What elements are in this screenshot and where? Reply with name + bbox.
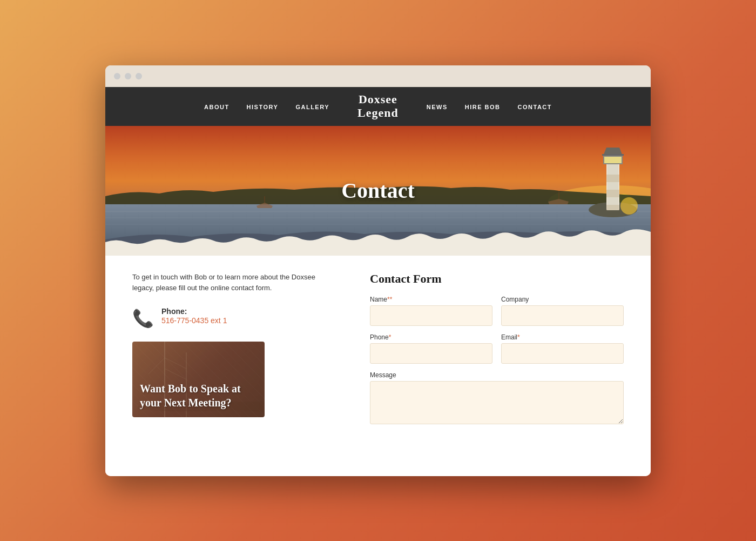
svg-line-23 — [165, 369, 186, 379]
nav-item-hire-bob[interactable]: HIRE BOB — [465, 102, 501, 111]
logo-line1: Doxsee — [357, 93, 399, 106]
phone-icon: 📞 — [132, 308, 154, 329]
phone-info: Phone: 516-775-0435 ext 1 — [161, 307, 227, 325]
message-textarea[interactable] — [370, 381, 624, 424]
nav-link-about[interactable]: ABOUT — [204, 104, 230, 110]
nav-link-hire-bob[interactable]: HIRE BOB — [465, 104, 501, 110]
hire-bob-text: Want Bob to Speak at your Next Meeting? — [140, 382, 257, 410]
email-input[interactable] — [501, 343, 624, 364]
content-area: To get in touch with Bob or to learn mor… — [105, 256, 651, 466]
nav-link-contact[interactable]: CONTACT — [518, 104, 552, 110]
hero-overlay: Contact — [105, 126, 651, 256]
form-group-message: Message — [370, 371, 624, 424]
browser-chrome — [105, 65, 651, 87]
hero-section: Contact — [105, 126, 651, 256]
form-title: Contact Form — [370, 272, 624, 286]
phone-number[interactable]: 516-775-0435 ext 1 — [161, 316, 227, 325]
contact-form-section: Contact Form Name** Company — [370, 272, 624, 450]
form-row-phone-email: Phone* Email* — [370, 333, 624, 364]
message-label: Message — [370, 371, 624, 379]
form-row-name-company: Name** Company — [370, 296, 624, 326]
phone-label: Phone: — [161, 307, 227, 316]
name-label: Name** — [370, 296, 492, 303]
phone-section: 📞 Phone: 516-775-0435 ext 1 — [132, 307, 338, 329]
left-column: To get in touch with Bob or to learn mor… — [132, 272, 338, 450]
svg-line-24 — [148, 358, 165, 374]
browser-window: ABOUT HISTORY GALLERY Doxsee Legend NEWS — [105, 65, 651, 476]
form-group-name: Name** — [370, 296, 492, 326]
nav-link-gallery[interactable]: GALLERY — [295, 104, 329, 110]
nav-links: ABOUT HISTORY GALLERY Doxsee Legend NEWS — [204, 93, 552, 119]
nav-item-gallery[interactable]: GALLERY — [295, 102, 329, 111]
nav-item-contact[interactable]: CONTACT — [518, 102, 552, 111]
site-logo[interactable]: Doxsee Legend — [357, 93, 399, 119]
phone-input[interactable] — [370, 343, 492, 364]
form-group-phone: Phone* — [370, 333, 492, 364]
email-label: Email* — [501, 333, 624, 341]
browser-dot-red — [114, 73, 120, 79]
description-text: To get in touch with Bob or to learn mor… — [132, 272, 338, 295]
nav-item-history[interactable]: HISTORY — [247, 102, 279, 111]
logo-line2: Legend — [357, 106, 399, 119]
form-group-company: Company — [501, 296, 624, 326]
contact-form: Name** Company Phone* — [370, 296, 624, 424]
website: ABOUT HISTORY GALLERY Doxsee Legend NEWS — [105, 87, 651, 476]
logo-text: Doxsee Legend — [357, 93, 399, 119]
svg-line-22 — [165, 358, 186, 369]
company-input[interactable] — [501, 305, 624, 326]
company-label: Company — [501, 296, 624, 303]
nav-item-news[interactable]: NEWS — [427, 102, 448, 111]
hero-title: Contact — [341, 178, 415, 203]
nav-link-news[interactable]: NEWS — [427, 104, 448, 110]
navigation: ABOUT HISTORY GALLERY Doxsee Legend NEWS — [105, 87, 651, 126]
phone-field-label: Phone* — [370, 333, 492, 341]
nav-item-about[interactable]: ABOUT — [204, 102, 230, 111]
hire-bob-card[interactable]: Want Bob to Speak at your Next Meeting? — [132, 342, 265, 417]
browser-dot-green — [136, 73, 142, 79]
nav-link-history[interactable]: HISTORY — [247, 104, 279, 110]
name-input[interactable] — [370, 305, 492, 326]
form-group-email: Email* — [501, 333, 624, 364]
browser-dot-yellow — [125, 73, 131, 79]
